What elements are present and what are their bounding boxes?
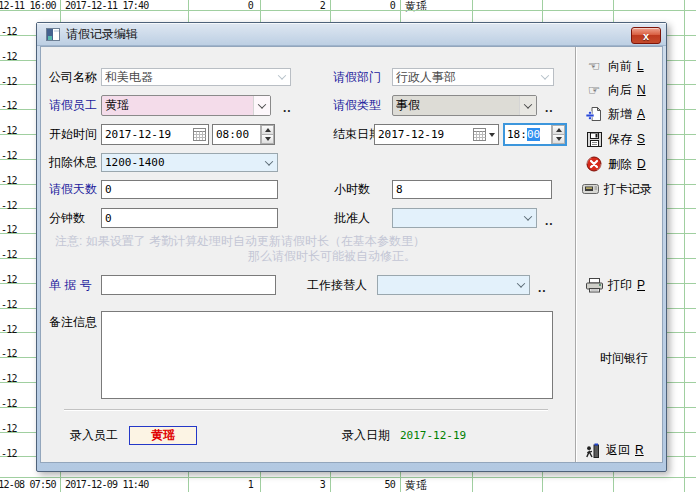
label-remark: 备注信息 [49, 314, 97, 330]
forward-button[interactable]: ☜ 向前L [585, 57, 644, 75]
toolbar: ☜ 向前L ☞ 向后N 新增A 保存S [577, 47, 662, 462]
label-department: 请假部门 [333, 68, 381, 86]
label-leave-type: 请假类型 [333, 95, 381, 116]
grid-line [0, 477, 696, 478]
substitute-combo[interactable] [377, 275, 530, 295]
employee-more-button[interactable]: .. [283, 101, 292, 115]
end-time-spinner[interactable]: 18:00 [503, 123, 567, 146]
chevron-down-icon [523, 212, 531, 220]
dialog-title: 请假记录编辑 [66, 26, 138, 43]
label-entry-date: 录入日期 [342, 426, 390, 445]
grid-cell: -12 [1, 100, 17, 111]
grid-cell: -12 [1, 448, 17, 459]
close-button[interactable]: x [631, 27, 661, 44]
print-button[interactable]: 打印P [585, 276, 645, 294]
label-employee: 请假员工 [49, 95, 97, 116]
dialog-titlebar[interactable]: 请假记录编辑 x [37, 23, 666, 46]
deduct-rest-combo[interactable]: 1200-1400 [101, 153, 278, 172]
label-start-time: 开始时间 [49, 124, 97, 145]
screen: -12-11 16:00 2017-12-11 17:40 0 2 0 黄瑶 -… [0, 0, 696, 492]
entry-employee-value: 黄瑶 [129, 426, 197, 445]
spin-down-button[interactable] [261, 135, 274, 144]
new-button[interactable]: 新增A [585, 105, 645, 123]
grid-cell: -12 [1, 175, 17, 186]
chevron-down-icon [524, 100, 532, 108]
approver-combo[interactable] [392, 208, 537, 228]
down-arrow-icon [556, 137, 562, 141]
new-document-icon [585, 106, 603, 122]
warning-note-line2: 那么请假时长可能被自动修正。 [248, 248, 416, 265]
grid-cell: -12 [1, 150, 17, 161]
spin-up-button[interactable] [552, 125, 565, 135]
grid-cell: -12 [1, 423, 17, 434]
return-button[interactable]: 返回R [583, 441, 644, 459]
grid-cell: 2017-12-09 11:40 [65, 479, 149, 490]
grid-line [0, 10, 696, 11]
minutes-input[interactable] [101, 208, 278, 228]
up-arrow-icon [265, 128, 271, 132]
label-substitute: 工作接替人 [307, 275, 367, 295]
delete-icon [585, 156, 603, 172]
label-hours: 小时数 [334, 180, 370, 199]
dialog-icon [46, 28, 60, 41]
calendar-icon[interactable] [193, 128, 206, 141]
substitute-more-button[interactable]: .. [538, 281, 547, 295]
hand-right-icon: ☞ [585, 83, 603, 97]
start-date-field[interactable]: 2017-12-19 [101, 124, 209, 145]
company-combo[interactable]: 和美电器 [101, 68, 291, 86]
doc-no-input[interactable] [101, 275, 276, 295]
label-minutes: 分钟数 [49, 208, 85, 228]
grid-cell: -12 [1, 76, 17, 87]
grid-cell: -12 [1, 125, 17, 136]
spin-up-button[interactable] [261, 125, 274, 135]
end-date-field[interactable]: 2017-12-19 [374, 124, 499, 145]
department-combo[interactable]: 行政人事部 [392, 68, 554, 86]
entry-date-value: 2017-12-19 [400, 426, 466, 445]
grid-cell: -12 [1, 249, 17, 260]
punch-records-button[interactable]: 打卡记录 [581, 180, 652, 198]
grid-cell: -12 [1, 274, 17, 285]
save-button[interactable]: 保存S [585, 130, 645, 148]
grid-line [684, 0, 685, 492]
grid-cell: 黄瑶 [405, 478, 427, 492]
backward-button[interactable]: ☞ 向后N [585, 81, 646, 99]
grid-cell: -12 [1, 348, 17, 359]
label-approver: 批准人 [334, 208, 370, 228]
grid-cell: -12 [1, 200, 17, 211]
leave-type-more-button[interactable]: .. [545, 101, 554, 115]
spin-down-button[interactable] [552, 135, 565, 144]
exit-icon [583, 443, 601, 458]
dropdown-arrow-icon[interactable] [489, 133, 495, 137]
grid-cell: -12-08 07:50 [0, 479, 56, 490]
grid-cell: 3 [270, 479, 325, 490]
grid-cell: 50 [340, 479, 395, 490]
delete-button[interactable]: 删除D [585, 155, 646, 173]
calendar-icon[interactable] [473, 128, 486, 141]
grid-cell: -12 [1, 373, 17, 384]
up-arrow-icon [556, 128, 562, 132]
approver-more-button[interactable]: .. [545, 214, 554, 228]
grid-cell: -12 [1, 398, 17, 409]
printer-icon [585, 278, 603, 293]
grid-cell: -12 [1, 324, 17, 335]
grid-cell: -12 [1, 299, 17, 310]
employee-combo[interactable]: 黄瑶 [101, 95, 271, 116]
label-company: 公司名称 [49, 68, 97, 86]
start-time-spinner[interactable]: 08:00 [212, 124, 275, 145]
leave-days-input[interactable] [101, 180, 278, 199]
down-arrow-icon [265, 137, 271, 141]
time-bank-button[interactable]: 时间银行 [600, 349, 648, 367]
leave-type-combo[interactable]: 事假 [392, 95, 537, 116]
leave-record-dialog: 请假记录编辑 x 公司名称 和美电器 请假部门 行政人事部 请假员工 黄瑶 ..… [36, 22, 667, 472]
save-floppy-icon [585, 132, 603, 147]
remark-textarea[interactable] [101, 311, 553, 399]
hours-input[interactable] [392, 180, 552, 199]
label-leave-days: 请假天数 [49, 180, 97, 199]
label-entry-employee: 录入员工 [70, 426, 118, 445]
chevron-down-icon [277, 71, 285, 79]
label-doc-no: 单 据 号 [49, 275, 92, 295]
grid-cell: 黄瑶 [405, 0, 427, 14]
chevron-down-icon [264, 157, 272, 165]
grid-cell: -12 [1, 51, 17, 62]
selected-minutes: 00 [527, 128, 540, 141]
